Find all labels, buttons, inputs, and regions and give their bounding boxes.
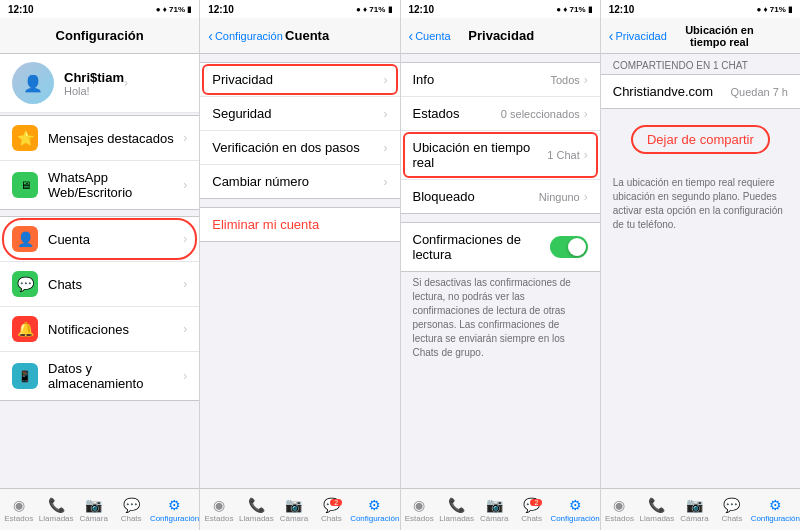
section-group-1: ⭐ Mensajes destacados › 🖥 WhatsApp Web/E… xyxy=(0,115,199,210)
tab-camara-4[interactable]: 📷 Cámara xyxy=(676,497,713,523)
list-item-cuenta[interactable]: 👤 Cuenta › xyxy=(0,217,199,262)
content-4: COMPARTIENDO EN 1 CHAT Christiandve.com … xyxy=(601,54,800,488)
privacy-list: Info Todos › Estados 0 seleccionados › U… xyxy=(401,62,600,214)
list-item-cambiar[interactable]: Cambiar número › xyxy=(200,165,399,198)
nav-back-4[interactable]: ‹ Privacidad xyxy=(609,28,667,44)
tab-bar-4: ◉ Estados 📞 Llamadas 📷 Cámara 💬 Chats ⚙ … xyxy=(601,488,800,530)
list-item-web[interactable]: 🖥 WhatsApp Web/Escritorio › xyxy=(0,161,199,209)
status-bar-3: 12:10 ● ♦ 71% ▮ xyxy=(401,0,600,18)
tab-camara-2[interactable]: 📷 Cámara xyxy=(275,497,312,523)
data-icon: 📱 xyxy=(12,363,38,389)
tab-llamadas-2[interactable]: 📞 Llamadas xyxy=(238,497,275,523)
tab-config-1[interactable]: ⚙ Configuración xyxy=(150,497,199,523)
list-item-notif[interactable]: 🔔 Notificaciones › xyxy=(0,307,199,352)
cuenta-highlight-circle xyxy=(2,218,197,260)
eliminar-section: Eliminar mi cuenta xyxy=(200,207,399,242)
privacy-info[interactable]: Info Todos › xyxy=(401,63,600,97)
tab-estados-2[interactable]: ◉ Estados xyxy=(200,497,237,523)
tab-chats-1[interactable]: 💬 Chats xyxy=(112,497,149,523)
info-label: Info xyxy=(413,72,551,87)
screen-4: 12:10 ● ♦ 71% ▮ ‹ Privacidad Ubicación e… xyxy=(601,0,800,530)
eliminar-label: Eliminar mi cuenta xyxy=(212,217,387,232)
nav-title-2: Cuenta xyxy=(283,28,332,43)
nav-title-1: Configuración xyxy=(48,28,151,43)
nav-bar-1: Configuración xyxy=(0,18,199,54)
tab-config-4[interactable]: ⚙ Configuración xyxy=(751,497,800,523)
tab-camara-3[interactable]: 📷 Cámara xyxy=(475,497,512,523)
tab-llamadas-1[interactable]: 📞 Llamadas xyxy=(37,497,74,523)
nav-title-3: Privacidad xyxy=(451,28,552,43)
profile-row[interactable]: 👤 Chri$tiam Hola! › xyxy=(0,54,199,113)
nav-bar-3: ‹ Cuenta Privacidad xyxy=(401,18,600,54)
privacy-estados[interactable]: Estados 0 seleccionados › xyxy=(401,97,600,131)
section-group-2: 👤 Cuenta › 💬 Chats › 🔔 Notificaciones › xyxy=(0,216,199,401)
sharing-header: COMPARTIENDO EN 1 CHAT xyxy=(601,54,800,74)
list-item-data[interactable]: 📱 Datos y almacenamiento › xyxy=(0,352,199,400)
confirm-label: Confirmaciones de lectura xyxy=(413,232,550,262)
privacy-ubicacion[interactable]: Ubicación en tiempo real 1 Chat › xyxy=(401,131,600,180)
tab-chats-4[interactable]: 💬 Chats xyxy=(713,497,750,523)
tab-estados-1[interactable]: ◉ Estados xyxy=(0,497,37,523)
starred-label: Mensajes destacados xyxy=(48,131,183,146)
list-section-2: 👤 Cuenta › 💬 Chats › 🔔 Notificaciones › xyxy=(0,216,199,401)
tab-bar-3: ◉ Estados 📞 Llamadas 📷 Cámara 2 💬 Chats … xyxy=(401,488,600,530)
confirm-row: Confirmaciones de lectura xyxy=(401,222,600,272)
tab-camara-1[interactable]: 📷 Cámara xyxy=(75,497,112,523)
profile-name: Chri$tiam xyxy=(64,70,124,85)
list-item-chats[interactable]: 💬 Chats › xyxy=(0,262,199,307)
list-item-seguridad[interactable]: Seguridad › xyxy=(200,97,399,131)
list-item-starred[interactable]: ⭐ Mensajes destacados › xyxy=(0,116,199,161)
avatar: 👤 xyxy=(12,62,54,104)
tab-llamadas-3[interactable]: 📞 Llamadas xyxy=(438,497,475,523)
tab-estados-3[interactable]: ◉ Estados xyxy=(401,497,438,523)
bloqueado-value: Ninguno xyxy=(539,191,580,203)
status-icons-1: ● ♦ 71% ▮ xyxy=(156,5,192,14)
list-item-privacidad[interactable]: Privacidad › xyxy=(200,63,399,97)
content-3: Info Todos › Estados 0 seleccionados › U… xyxy=(401,54,600,488)
list-item-eliminar[interactable]: Eliminar mi cuenta xyxy=(200,208,399,241)
privacy-bloqueado[interactable]: Bloqueado Ninguno › xyxy=(401,180,600,213)
screen-2: 12:10 ● ♦ 71% ▮ ‹ Configuración Cuenta P… xyxy=(200,0,400,530)
sharing-name: Christiandve.com xyxy=(613,84,713,99)
cuenta-section: Privacidad › Seguridad › Verificación en… xyxy=(200,62,399,199)
status-bar-4: 12:10 ● ♦ 71% ▮ xyxy=(601,0,800,18)
tab-chats-2[interactable]: 2 💬 Chats xyxy=(313,497,350,523)
notif-label: Notificaciones xyxy=(48,322,183,337)
screen-1: 12:10 ● ♦ 71% ▮ Configuración 👤 Chri$tia… xyxy=(0,0,200,530)
tab-estados-4[interactable]: ◉ Estados xyxy=(601,497,638,523)
bloqueado-label: Bloqueado xyxy=(413,189,539,204)
chats-icon: 💬 xyxy=(12,271,38,297)
time-3: 12:10 xyxy=(409,4,435,15)
content-2: Privacidad › Seguridad › Verificación en… xyxy=(200,54,399,488)
dejar-compartir-button[interactable]: Dejar de compartir xyxy=(631,125,770,154)
confirm-toggle[interactable] xyxy=(550,236,588,258)
sharing-row: Christiandve.com Quedan 7 h xyxy=(601,74,800,109)
info-value: Todos xyxy=(550,74,579,86)
seguridad-label: Seguridad xyxy=(212,106,383,121)
tab-config-2[interactable]: ⚙ Configuración xyxy=(350,497,399,523)
status-icons-4: ● ♦ 71% ▮ xyxy=(756,5,792,14)
status-bar-2: 12:10 ● ♦ 71% ▮ xyxy=(200,0,399,18)
tab-bar-1: ◉ Estados 📞 Llamadas 📷 Cámara 💬 Chats ⚙ … xyxy=(0,488,199,530)
nav-bar-2: ‹ Configuración Cuenta xyxy=(200,18,399,54)
nav-back-3[interactable]: ‹ Cuenta xyxy=(409,28,451,44)
list-item-verificacion[interactable]: Verificación en dos pasos › xyxy=(200,131,399,165)
starred-icon: ⭐ xyxy=(12,125,38,151)
web-label: WhatsApp Web/Escritorio xyxy=(48,170,183,200)
tab-llamadas-4[interactable]: 📞 Llamadas xyxy=(638,497,675,523)
privacidad-circle xyxy=(202,64,397,95)
web-icon: 🖥 xyxy=(12,172,38,198)
chats-label: Chats xyxy=(48,277,183,292)
nav-bar-4: ‹ Privacidad Ubicación en tiempo real xyxy=(601,18,800,54)
screen-3: 12:10 ● ♦ 71% ▮ ‹ Cuenta Privacidad Info… xyxy=(401,0,601,530)
location-info-text: La ubicación en tiempo real requiere ubi… xyxy=(601,170,800,238)
status-bar-1: 12:10 ● ♦ 71% ▮ xyxy=(0,0,199,18)
estados-value: 0 seleccionados xyxy=(501,108,580,120)
notif-icon: 🔔 xyxy=(12,316,38,342)
nav-back-2[interactable]: ‹ Configuración xyxy=(208,28,283,44)
estados-label: Estados xyxy=(413,106,501,121)
tab-config-3[interactable]: ⚙ Configuración xyxy=(550,497,599,523)
ubicacion-circle xyxy=(403,132,598,178)
list-section-1: ⭐ Mensajes destacados › 🖥 WhatsApp Web/E… xyxy=(0,115,199,210)
tab-chats-3[interactable]: 2 💬 Chats xyxy=(513,497,550,523)
